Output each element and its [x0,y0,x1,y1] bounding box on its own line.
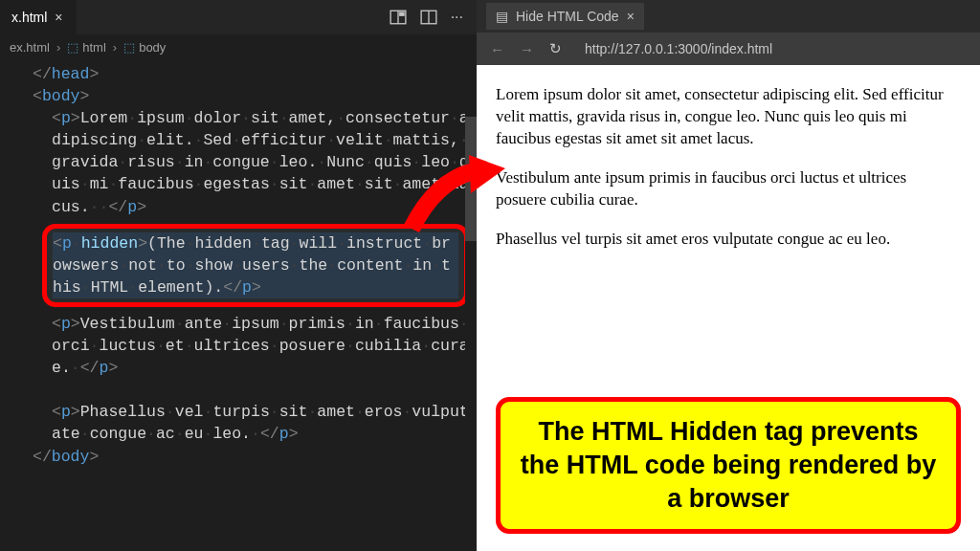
more-icon[interactable]: ··· [451,9,463,26]
breadcrumb-file: ex.html [10,40,50,55]
scroll-thumb[interactable] [465,117,477,241]
code-line: </head> [13,63,469,85]
rendered-paragraph: Vestibulum ante ipsum primis in faucibus… [496,167,961,211]
cube-icon: ⬚ [123,40,135,55]
code-blank [13,379,469,401]
forward-icon[interactable]: → [520,41,534,57]
browser-tab[interactable]: ▤ Hide HTML Code × [486,3,644,30]
preview-icon: ▤ [496,9,508,24]
browser-tab-bar: ▤ Hide HTML Code × [477,0,980,33]
back-icon[interactable]: ← [490,41,504,57]
close-icon[interactable]: × [627,9,635,24]
code-line: <p>Phasellus·vel·turpis·sit·amet·eros·vu… [13,401,469,445]
code-line-hidden: <p·hidden>(The·hidden·tag·will·instruct·… [53,232,458,298]
callout-annotation: The HTML Hidden tag prevents the HTML co… [496,397,961,534]
highlight-annotation: <p·hidden>(The·hidden·tag·will·instruct·… [42,224,469,307]
browser-nav-bar: ← → ↻ http://127.0.0.1:3000/index.html [477,33,980,65]
close-icon[interactable]: × [53,10,64,25]
browser-preview-pane: ▤ Hide HTML Code × ← → ↻ http://127.0.0.… [477,0,980,551]
code-editor-pane: x.html × ··· ex.html › ⬚ html › ⬚ body <… [0,0,477,551]
rendered-paragraph: Lorem ipsum dolor sit amet, consectetur … [496,84,961,150]
code-line: <p>Lorem·ipsum·dolor·sit·amet,·consectet… [13,107,469,217]
chevron-right-icon: › [113,40,117,55]
cube-icon: ⬚ [67,40,78,55]
vertical-scrollbar[interactable] [465,59,477,551]
breadcrumb-html: html [82,40,106,55]
rendered-paragraph: Phasellus vel turpis sit amet eros vulpu… [496,229,961,251]
split-icon[interactable] [420,9,437,26]
url-bar[interactable]: http://127.0.0.1:3000/index.html [577,37,967,60]
breadcrumb[interactable]: ex.html › ⬚ html › ⬚ body [0,34,477,59]
code-line: </body> [13,446,469,468]
tab-label: x.html [11,10,47,25]
split-preview-icon[interactable] [390,9,407,26]
editor-tab[interactable]: x.html × [0,0,77,34]
code-line: <p>Vestibulum·ante·ipsum·primis·in·fauci… [13,313,469,379]
svg-rect-2 [399,11,405,16]
code-editor[interactable]: </head> <body> <p>Lorem·ipsum·dolor·sit·… [0,59,477,551]
chevron-right-icon: › [56,40,60,55]
editor-tab-bar: x.html × ··· [0,0,477,34]
reload-icon[interactable]: ↻ [549,40,562,57]
browser-tab-title: Hide HTML Code [516,9,619,24]
browser-viewport: Lorem ipsum dolor sit amet, consectetur … [477,65,980,551]
code-line: <body> [13,85,469,107]
breadcrumb-body: body [139,40,166,55]
tab-actions: ··· [390,9,477,26]
